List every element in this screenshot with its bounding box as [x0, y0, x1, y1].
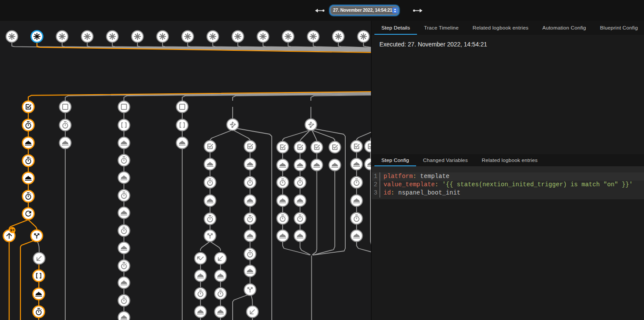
- svg-text:9+: 9+: [10, 228, 14, 232]
